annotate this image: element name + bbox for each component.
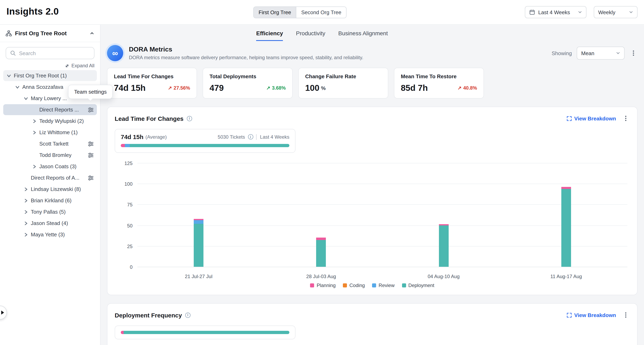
tree-item-liz-whittome-1[interactable]: Liz Whittome (1) [3, 127, 97, 138]
org-tree-toggle: First Org TreeSecond Org Tree [253, 6, 346, 18]
bar-28-jul-03-aug[interactable] [316, 238, 326, 267]
date-range-select[interactable]: Last 4 Weeks [525, 6, 586, 18]
main-content: EfficiencyProductivityBusiness Alignment… [100, 25, 644, 345]
search-icon [10, 50, 16, 56]
info-icon[interactable] [185, 312, 190, 318]
metric-delta-value: 27.56% [174, 85, 190, 91]
tree-item-label: Liz Whittome (1) [39, 129, 78, 136]
tree-item-label: Brian Kirkland (6) [31, 198, 72, 204]
view-breakdown-link[interactable]: View Breakdown [566, 312, 616, 318]
bar-segment-planning [316, 238, 326, 240]
tab-efficiency[interactable]: Efficiency [256, 30, 283, 41]
legend-item-planning[interactable]: Planning [310, 282, 336, 288]
y-axis-tick: 125 [124, 160, 132, 166]
x-axis-label: 28 Jul-03 Aug [306, 274, 336, 279]
tree-item-direct-reports-of-a[interactable]: Direct Reports of A... [3, 172, 97, 183]
tree-item-brian-kirkland-6[interactable]: Brian Kirkland (6) [3, 195, 97, 206]
distribution-segment-deployment [124, 331, 289, 334]
chevron-icon[interactable] [6, 73, 14, 78]
expand-icon [566, 116, 572, 121]
tree-item-label: First Org Tree Root (1) [14, 72, 67, 79]
bar-11-aug-17-aug[interactable] [561, 187, 571, 267]
summary-value-suffix: (Average) [146, 134, 167, 140]
kebab-menu-icon[interactable] [622, 114, 630, 122]
distribution-segment-planning [121, 144, 125, 147]
info-icon[interactable] [248, 134, 253, 140]
view-breakdown-link[interactable]: View Breakdown [566, 115, 616, 122]
metric-delta: ↗ 27.56% [168, 85, 190, 91]
tree-item-maya-yette-3[interactable]: Maya Yette (3) [3, 229, 97, 240]
aggregation-value: Mean [581, 50, 594, 56]
expand-all-label: Expand All [72, 63, 94, 68]
sidebar-title: First Org Tree Root [15, 30, 67, 36]
chevron-icon[interactable] [32, 130, 39, 135]
gridline [138, 225, 628, 226]
aggregation-select[interactable]: Mean [577, 46, 624, 60]
app-title: Insights 2.0 [6, 6, 59, 17]
tree-item-direct-reports[interactable]: Direct Reports ... [3, 104, 97, 115]
tree-item-lindsay-liszewski-8[interactable]: Lindsay Liszewski (8) [3, 184, 97, 194]
chevron-right-icon [1, 310, 4, 314]
tree-item-tony-pallas-5[interactable]: Tony Pallas (5) [3, 206, 97, 217]
tab-business-alignment[interactable]: Business Alignment [338, 30, 388, 41]
tree-item-jason-coats-3[interactable]: Jason Coats (3) [3, 161, 97, 172]
team-settings-icon[interactable] [86, 152, 94, 158]
calendar-icon [529, 9, 535, 15]
tab-productivity[interactable]: Productivity [296, 30, 326, 41]
tree-item-scott-tarkett[interactable]: Scott Tarkett [3, 138, 97, 149]
granularity-select[interactable]: Weekly [594, 6, 638, 18]
chevron-icon[interactable] [24, 210, 31, 214]
chevron-icon[interactable] [24, 232, 31, 237]
lead-time-chart: 0255075100125 21 Jul-27 Jul28 Jul-03 Aug… [115, 164, 630, 290]
org-tree-tab-first-org-tree[interactable]: First Org Tree [254, 7, 296, 18]
kebab-menu-icon[interactable] [622, 311, 630, 319]
metric-delta: ↗ 40.8% [458, 85, 477, 91]
chevron-icon[interactable] [24, 221, 31, 226]
search-input[interactable] [19, 50, 90, 56]
chart-legend: PlanningCodingReviewDeployment [115, 282, 630, 290]
chevron-icon[interactable] [32, 164, 39, 169]
legend-item-deployment[interactable]: Deployment [402, 282, 434, 288]
lead-time-distribution-bar [121, 144, 289, 147]
tree-item-teddy-wylupski-2[interactable]: Teddy Wylupski (2) [3, 116, 97, 126]
chevron-icon[interactable] [24, 187, 31, 192]
gridline [138, 267, 628, 267]
tree-item-todd-bromley[interactable]: Todd Bromley [3, 150, 97, 160]
expand-all-button[interactable]: Expand All [6, 63, 94, 68]
y-axis-tick: 75 [127, 202, 132, 208]
tab-bar: EfficiencyProductivityBusiness Alignment [100, 25, 544, 41]
bar-21-jul-27-jul[interactable] [194, 219, 204, 267]
chevron-icon[interactable] [24, 96, 31, 101]
chevron-up-icon[interactable] [90, 31, 94, 36]
metric-title: Change Failure Rate [305, 74, 381, 80]
x-axis-label: 11 Aug-17 Aug [550, 274, 582, 279]
bar-04-aug-10-aug[interactable] [439, 224, 448, 267]
legend-item-coding[interactable]: Coding [343, 282, 365, 288]
sidebar: First Org Tree Root Expand All First Org… [0, 25, 100, 345]
dora-logo-icon: ∞ [107, 45, 123, 61]
tree-item-jason-stead-4[interactable]: Jason Stead (4) [3, 218, 97, 229]
metric-value: 85d 7h [401, 83, 428, 93]
granularity-value: Weekly [598, 9, 616, 15]
team-settings-icon[interactable] [86, 141, 94, 146]
metric-card-mean-time-to-restore: Mean Time To Restore 85d 7h ↗ 40.8% [394, 68, 484, 98]
chevron-icon[interactable] [32, 118, 39, 124]
info-icon[interactable] [187, 116, 192, 121]
legend-item-review[interactable]: Review [372, 282, 394, 288]
metric-card-total-deployments: Total Deployments 479 ↗ 3.68% [203, 68, 292, 98]
x-axis-label: 04 Aug-10 Aug [428, 274, 460, 279]
tree-item-first-org-tree-root-1[interactable]: First Org Tree Root (1) [3, 70, 97, 81]
sidebar-collapse-handle[interactable] [0, 306, 7, 320]
deployment-distribution-bar [121, 331, 289, 334]
org-tree-tab-second-org-tree[interactable]: Second Org Tree [296, 7, 346, 18]
chevron-icon[interactable] [15, 84, 22, 90]
expand-icon [566, 312, 572, 318]
kebab-menu-icon[interactable] [630, 49, 638, 57]
chevron-icon[interactable] [24, 198, 31, 203]
view-breakdown-label: View Breakdown [574, 115, 616, 122]
chart-plot-area: 0255075100125 [138, 164, 628, 267]
legend-swatch [372, 284, 376, 288]
team-settings-icon[interactable] [86, 175, 94, 180]
team-settings-icon[interactable] [86, 107, 94, 112]
metric-title: Total Deployments [210, 74, 286, 80]
